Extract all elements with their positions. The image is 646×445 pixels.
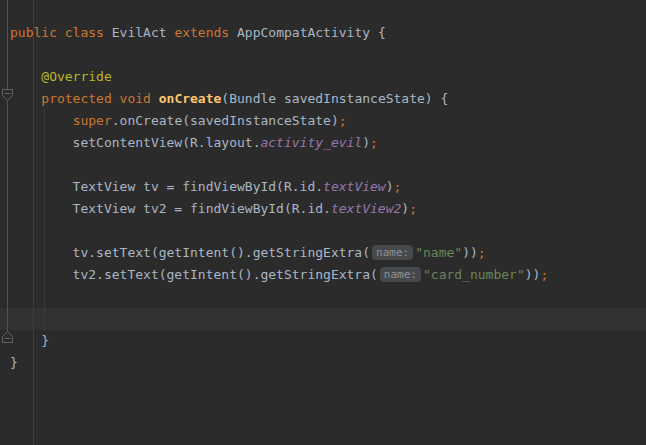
code-line[interactable]: TextView tv2 = findViewById(R.id.textVie…: [10, 198, 640, 220]
code-line[interactable]: [10, 308, 640, 330]
code-token: ;: [370, 135, 378, 150]
code-token: setContentView(R.layout.: [10, 135, 260, 150]
code-token: [10, 91, 41, 106]
code-token: [151, 91, 159, 106]
code-token: .onCreate(savedInstanceState): [112, 113, 339, 128]
code-token: )): [525, 267, 541, 282]
code-token: ;: [394, 179, 402, 194]
code-line[interactable]: tv2.setText(getIntent().getStringExtra(n…: [10, 264, 640, 286]
code-line[interactable]: [10, 286, 640, 308]
code-token: @Override: [10, 69, 112, 84]
code-token: super: [73, 113, 112, 128]
code-token: ;: [409, 201, 417, 216]
code-token: ): [362, 135, 370, 150]
code-token: [57, 25, 65, 40]
code-token: tv2.setText(getIntent().getStringExtra(: [10, 267, 378, 282]
code-token: textView: [323, 179, 386, 194]
code-token: class: [65, 25, 104, 40]
code-line[interactable]: [10, 0, 640, 22]
code-token: ;: [339, 113, 347, 128]
code-token: }: [10, 333, 49, 348]
code-token: protected: [41, 91, 111, 106]
code-token: activity_evil: [260, 135, 362, 150]
code-line[interactable]: }: [10, 330, 640, 352]
code-token: void: [120, 91, 151, 106]
code-token: ;: [540, 267, 548, 282]
code-line[interactable]: @Override: [10, 66, 640, 88]
code-token: textView2: [331, 201, 401, 216]
code-token: extends: [174, 25, 229, 40]
code-token: onCreate: [159, 91, 222, 106]
code-token: ): [401, 201, 409, 216]
parameter-hint-badge: name:: [380, 267, 421, 282]
code-token: }: [10, 355, 18, 370]
code-editor-pane: public class EvilAct extends AppCompatAc…: [0, 0, 646, 445]
code-line[interactable]: TextView tv = findViewById(R.id.textView…: [10, 176, 640, 198]
code-token: (Bundle savedInstanceState) {: [221, 91, 448, 106]
code-token: "card_number": [423, 267, 525, 282]
code-line[interactable]: }: [10, 352, 640, 374]
fold-region-line: [7, 0, 8, 337]
code-token: TextView tv = findViewById(R.id.: [10, 179, 323, 194]
code-line[interactable]: [10, 154, 640, 176]
code-line[interactable]: tv.setText(getIntent().getStringExtra(na…: [10, 242, 640, 264]
code-token: AppCompatActivity {: [229, 25, 386, 40]
parameter-hint-badge: name:: [372, 245, 413, 260]
code-line[interactable]: [10, 220, 640, 242]
code-token: public: [10, 25, 57, 40]
code-token: ): [386, 179, 394, 194]
code-line[interactable]: super.onCreate(savedInstanceState);: [10, 110, 640, 132]
code-token: [112, 91, 120, 106]
code-token: ;: [478, 245, 486, 260]
code-token: TextView tv2 = findViewById(R.id.: [10, 201, 331, 216]
code-token: EvilAct: [104, 25, 174, 40]
code-line[interactable]: protected void onCreate(Bundle savedInst…: [10, 88, 640, 110]
code-token: [10, 113, 73, 128]
code-token: "name": [415, 245, 462, 260]
code-token: tv.setText(getIntent().getStringExtra(: [10, 245, 370, 260]
code-line[interactable]: [10, 44, 640, 66]
code-token: )): [462, 245, 478, 260]
code-line[interactable]: setContentView(R.layout.activity_evil);: [10, 132, 640, 154]
code-area[interactable]: public class EvilAct extends AppCompatAc…: [10, 0, 640, 374]
code-line[interactable]: public class EvilAct extends AppCompatAc…: [10, 22, 640, 44]
